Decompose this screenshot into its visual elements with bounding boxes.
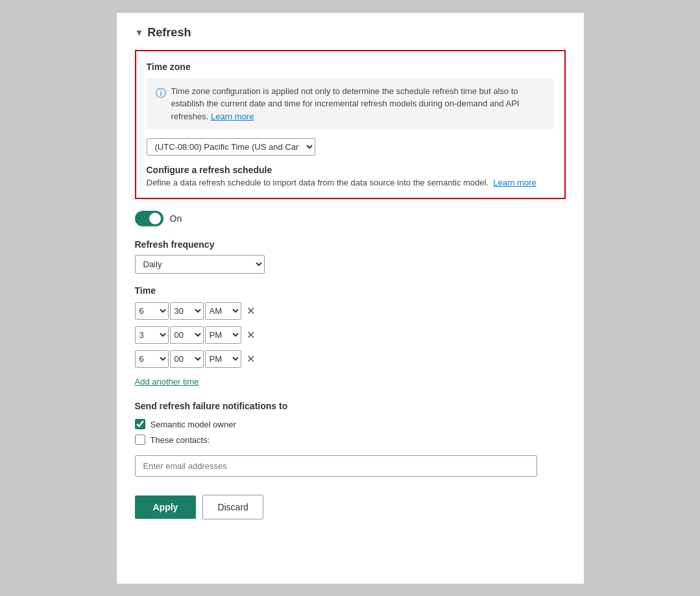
time-row-1-ampm[interactable]: AMPM: [205, 302, 241, 320]
time-row-1-hour[interactable]: 612345789101112: [135, 302, 169, 320]
time-row-3-minute[interactable]: 00153045: [170, 350, 204, 368]
email-input[interactable]: [135, 455, 537, 477]
timezone-learn-more-link[interactable]: Learn more: [211, 112, 254, 121]
time-row-1: 612345789101112 30001545 AMPM ✕: [135, 302, 566, 320]
these-contacts-checkbox[interactable]: [135, 435, 145, 445]
toggle-label: On: [170, 213, 182, 224]
timezone-select[interactable]: (UTC-08:00) Pacific Time (US and Can (UT…: [147, 138, 315, 156]
collapse-arrow[interactable]: ▼: [135, 27, 144, 38]
time-row-1-minute[interactable]: 30001545: [170, 302, 204, 320]
toggle-row: On: [135, 211, 566, 226]
frequency-select[interactable]: Daily Weekly: [135, 255, 265, 274]
main-panel: ▼ Refresh Time zone ⓘ Time zone configur…: [117, 13, 584, 584]
time-row-3-remove[interactable]: ✕: [247, 354, 255, 364]
time-section-label: Time: [135, 285, 566, 296]
apply-button[interactable]: Apply: [135, 495, 197, 519]
refresh-toggle[interactable]: [135, 211, 163, 226]
semantic-owner-row: Semantic model owner: [135, 419, 566, 429]
page-title-text: Refresh: [147, 26, 191, 40]
time-row-1-remove[interactable]: ✕: [247, 306, 255, 316]
timezone-info-text: Time zone configuration is applied not o…: [171, 85, 545, 123]
frequency-label: Refresh frequency: [135, 239, 566, 250]
timezone-info-box: ⓘ Time zone configuration is applied not…: [147, 78, 554, 130]
notif-section-label: Send refresh failure notifications to: [135, 401, 566, 411]
time-row-2-minute[interactable]: 00153045: [170, 326, 204, 344]
semantic-owner-label: Semantic model owner: [151, 420, 236, 429]
time-row-3-hour[interactable]: 612345789101112: [135, 350, 169, 368]
configure-schedule-desc: Define a data refresh schedule to import…: [147, 178, 554, 187]
configure-schedule-desc-text: Define a data refresh schedule to import…: [147, 178, 489, 187]
time-row-2: 312456789101112 00153045 PMAM ✕: [135, 326, 566, 344]
time-row-2-hour[interactable]: 312456789101112: [135, 326, 169, 344]
these-contacts-row: These contacts:: [135, 435, 566, 445]
these-contacts-label: These contacts:: [151, 435, 210, 445]
semantic-owner-checkbox[interactable]: [135, 419, 145, 429]
page-title: ▼ Refresh: [135, 26, 566, 40]
configure-schedule-title: Configure a refresh schedule: [147, 165, 554, 175]
time-row-2-ampm[interactable]: PMAM: [205, 326, 241, 344]
info-icon: ⓘ: [156, 86, 166, 101]
time-row-3: 612345789101112 00153045 PMAM ✕: [135, 350, 566, 368]
time-row-2-remove[interactable]: ✕: [247, 330, 255, 340]
button-row: Apply Discard: [135, 495, 566, 519]
add-another-time-link[interactable]: Add another time: [135, 377, 199, 387]
discard-button[interactable]: Discard: [202, 495, 263, 519]
timezone-section-title: Time zone: [147, 62, 554, 72]
time-row-3-ampm[interactable]: PMAM: [205, 350, 241, 368]
configure-learn-more-link[interactable]: Learn more: [493, 178, 536, 187]
timezone-config-box: Time zone ⓘ Time zone configuration is a…: [135, 50, 566, 200]
